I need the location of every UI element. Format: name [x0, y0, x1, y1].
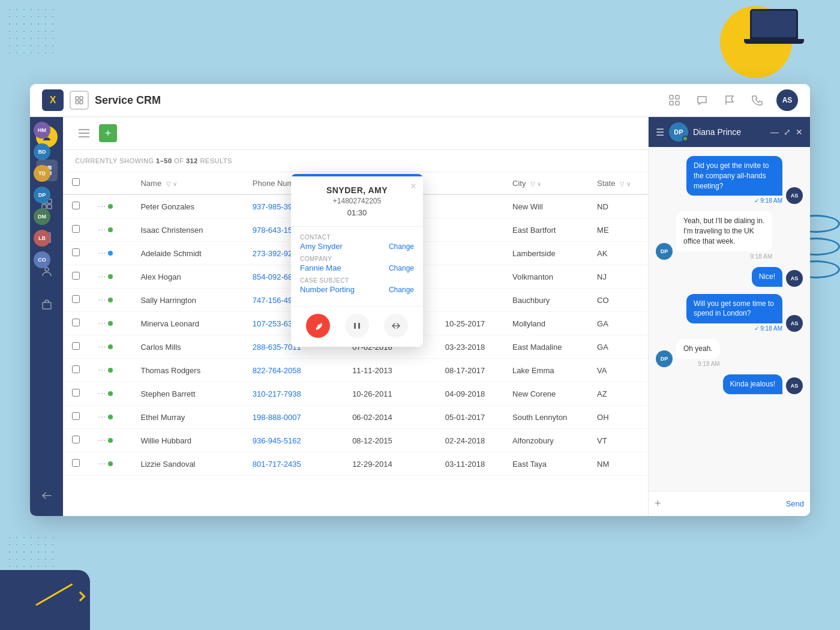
row-checkbox[interactable] — [72, 342, 80, 350]
chat-input-area: + Send — [649, 491, 810, 516]
row-action-dots[interactable]: ··· — [98, 318, 106, 329]
online-indicator — [682, 136, 688, 142]
select-all-checkbox[interactable] — [72, 178, 80, 186]
row-phone[interactable]: 801-717-2435 — [244, 452, 343, 476]
row-action-dots[interactable]: ··· — [98, 248, 106, 259]
call-case-change[interactable]: Change — [389, 286, 414, 294]
row-checkbox[interactable] — [72, 248, 80, 256]
flag-icon[interactable] — [721, 92, 738, 109]
status-indicator — [108, 251, 113, 256]
sidebar-item-back[interactable] — [36, 485, 58, 507]
status-indicator — [108, 391, 113, 396]
row-action-dots[interactable]: ··· — [98, 365, 106, 376]
chat-add-icon[interactable]: + — [655, 497, 661, 510]
row-checkbox[interactable] — [72, 272, 80, 280]
row-action-dots[interactable]: ··· — [98, 271, 106, 282]
bg-bottom-decoration — [0, 558, 120, 630]
row-phone[interactable]: 822-764-2058 — [244, 359, 343, 382]
bg-dots-topleft — [6, 6, 54, 54]
sidebar-item-cases[interactable] — [36, 294, 58, 316]
hangup-button[interactable] — [301, 309, 335, 343]
list-view-icon[interactable] — [75, 124, 93, 142]
row-action-dots[interactable]: ··· — [98, 388, 106, 399]
message-time-2: 9:18 AM — [676, 253, 772, 260]
bg-laptop-decoration — [744, 9, 804, 51]
row-phone[interactable]: 936-945-5162 — [244, 429, 343, 452]
row-checkbox-cell — [63, 194, 89, 218]
navbar-brand: X Service CRM — [42, 89, 666, 111]
pause-button[interactable] — [345, 314, 369, 338]
row-checkbox[interactable] — [72, 295, 80, 303]
chat-send-button[interactable]: Send — [786, 499, 804, 508]
row-name: Isaac Christensen — [131, 218, 243, 242]
call-contact-name: SNYDER, AMY — [300, 185, 414, 195]
svg-rect-0 — [76, 97, 79, 100]
table-row[interactable]: ··· Thomas Rodgers 822-764-2058 11-11-20… — [63, 359, 648, 382]
col-checkbox — [63, 172, 89, 194]
row-date-created: 08-12-2015 — [343, 429, 436, 452]
table-row[interactable]: ··· Willie Hubbard 936-945-5162 08-12-20… — [63, 429, 648, 452]
row-phone[interactable]: 198-888-0007 — [244, 406, 343, 429]
table-row[interactable]: ··· Ethel Murray 198-888-0007 06-02-2014… — [63, 406, 648, 429]
row-phone[interactable]: 310-217-7938 — [244, 382, 343, 406]
row-action-dots[interactable]: ··· — [98, 295, 106, 305]
row-action-dots[interactable]: ··· — [98, 341, 106, 352]
message-bubble-6: Kinda jealous! — [723, 374, 782, 394]
row-date2: 10-25-2017 — [436, 312, 503, 335]
table-row[interactable]: ··· Stephen Barrett 310-217-7938 10-26-2… — [63, 382, 648, 406]
call-popup-close-icon[interactable]: ✕ — [410, 181, 417, 191]
call-contact-change[interactable]: Change — [389, 242, 414, 251]
row-checkbox-cell — [63, 382, 89, 406]
row-actions-cell: ··· — [89, 242, 131, 265]
col-name-header[interactable]: Name ▽ ∨ — [131, 172, 243, 194]
chat-contact-avatar: DP — [669, 122, 688, 142]
row-state: GA — [588, 312, 648, 335]
chat-close-icon[interactable]: ✕ — [796, 127, 803, 137]
call-info-company: COMPANY Fannie Mae Change — [300, 256, 414, 272]
row-action-dots[interactable]: ··· — [98, 201, 106, 212]
row-action-dots[interactable]: ··· — [98, 435, 106, 446]
row-checkbox[interactable] — [72, 389, 80, 397]
chat-menu-icon[interactable]: ☰ — [656, 127, 664, 138]
row-checkbox[interactable] — [72, 319, 80, 326]
add-record-button[interactable]: + — [99, 124, 117, 142]
row-checkbox[interactable] — [72, 459, 80, 467]
row-checkbox[interactable] — [72, 202, 80, 209]
row-city: East Madaline — [503, 335, 588, 359]
row-checkbox-cell — [63, 265, 89, 289]
phone-icon[interactable] — [749, 92, 766, 109]
row-checkbox[interactable] — [72, 412, 80, 420]
user-avatar-button[interactable]: AS — [776, 89, 798, 111]
chat-input[interactable] — [666, 499, 781, 508]
call-popup-header: ✕ SNYDER, AMY +14802742205 01:30 — [291, 176, 423, 227]
status-indicator — [108, 298, 113, 302]
row-date2 — [436, 265, 503, 289]
row-checkbox-cell — [63, 429, 89, 452]
chat-expand-icon[interactable]: ⤢ — [784, 127, 791, 137]
row-state: ND — [588, 194, 648, 218]
col-city-header[interactable]: City ▽ ∨ — [503, 172, 588, 194]
grid-icon[interactable] — [666, 92, 683, 109]
row-checkbox-cell — [63, 218, 89, 242]
call-company-change[interactable]: Change — [389, 264, 414, 272]
brand-square-icon[interactable] — [70, 91, 89, 110]
chat-minimize-icon[interactable]: — — [770, 127, 779, 137]
chat-icon[interactable] — [694, 92, 710, 109]
row-city: Bauchbury — [503, 289, 588, 312]
row-name: Thomas Rodgers — [131, 359, 243, 382]
table-row[interactable]: ··· Lizzie Sandoval 801-717-2435 12-29-2… — [63, 452, 648, 476]
col-state-header[interactable]: State ▽ ∨ — [588, 172, 648, 194]
row-checkbox[interactable] — [72, 365, 80, 373]
row-name: Lizzie Sandoval — [131, 452, 243, 476]
row-checkbox[interactable] — [72, 225, 80, 233]
status-indicator — [108, 274, 113, 279]
row-checkbox[interactable] — [72, 436, 80, 443]
row-action-dots[interactable]: ··· — [98, 412, 106, 422]
transfer-button[interactable] — [384, 314, 408, 338]
chat-messages[interactable]: HM BD TD DP DM LB CO Did you get the inv… — [649, 147, 810, 491]
row-city: New Corene — [503, 382, 588, 406]
row-action-dots[interactable]: ··· — [98, 224, 106, 235]
call-contact-label: CONTACT — [300, 234, 414, 241]
navbar-actions: AS — [666, 89, 798, 111]
row-action-dots[interactable]: ··· — [98, 458, 106, 469]
